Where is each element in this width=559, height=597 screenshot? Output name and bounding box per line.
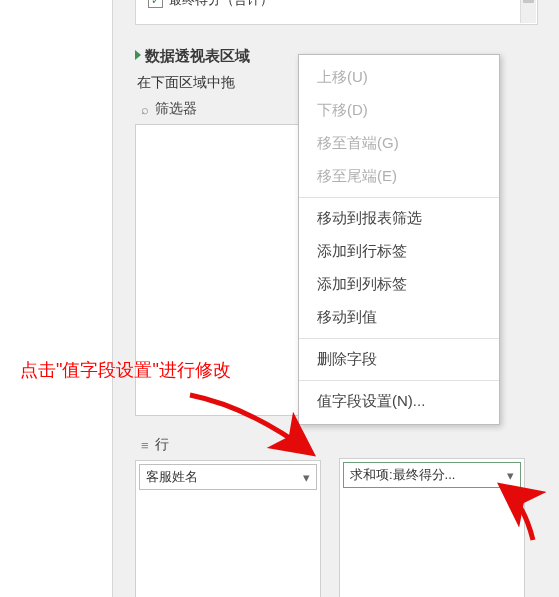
chevron-down-icon[interactable]: ▾ <box>303 470 310 485</box>
area-rows-label: 行 <box>155 436 169 454</box>
ctx-separator <box>299 338 499 339</box>
chip-label: 客服姓名 <box>146 468 198 486</box>
area-values: Σvalues 求和项:最终得分... ▾ <box>339 434 525 597</box>
chevron-down-icon[interactable]: ▾ <box>507 468 514 483</box>
ctx-separator <box>299 380 499 381</box>
field-item-label: 最终得分（合计） <box>169 0 273 9</box>
context-menu: 上移(U) 下移(D) 移至首端(G) 移至尾端(E) 移动到报表筛选 添加到行… <box>298 54 500 425</box>
chip-rows-customer-name[interactable]: 客服姓名 ▾ <box>139 464 317 490</box>
filter-icon: ⌕ <box>141 103 149 116</box>
area-filters-label: 筛选器 <box>155 100 197 118</box>
ctx-move-down: 下移(D) <box>299 94 499 127</box>
scrollbar-thumb[interactable] <box>523 0 534 3</box>
area-rows: ≡ 行 客服姓名 ▾ <box>135 434 321 597</box>
checkbox-icon[interactable]: ✓ <box>148 0 163 8</box>
ctx-delete-field[interactable]: 删除字段 <box>299 343 499 376</box>
ctx-move-to-values[interactable]: 移动到值 <box>299 301 499 334</box>
field-list: ✓ 最终得分（合计） <box>135 0 538 25</box>
ctx-move-end: 移至尾端(E) <box>299 160 499 193</box>
annotation-text: 点击"值字段设置"进行修改 <box>20 358 231 382</box>
ctx-add-to-rows[interactable]: 添加到行标签 <box>299 235 499 268</box>
area-values-box[interactable]: 求和项:最终得分... ▾ <box>339 458 525 597</box>
chip-label: 求和项:最终得分... <box>350 466 455 484</box>
field-list-scrollbar[interactable] <box>520 0 536 23</box>
rows-icon: ≡ <box>141 439 149 452</box>
area-rows-box[interactable]: 客服姓名 ▾ <box>135 460 321 597</box>
ctx-separator <box>299 197 499 198</box>
ctx-add-to-cols[interactable]: 添加到列标签 <box>299 268 499 301</box>
field-item-final-score[interactable]: ✓ 最终得分（合计） <box>148 0 273 10</box>
ctx-value-field-settings[interactable]: 值字段设置(N)... <box>299 385 499 418</box>
ctx-move-up: 上移(U) <box>299 61 499 94</box>
chip-values-sum-final-score[interactable]: 求和项:最终得分... ▾ <box>343 462 521 488</box>
ctx-move-begin: 移至首端(G) <box>299 127 499 160</box>
ctx-move-to-filter[interactable]: 移动到报表筛选 <box>299 202 499 235</box>
